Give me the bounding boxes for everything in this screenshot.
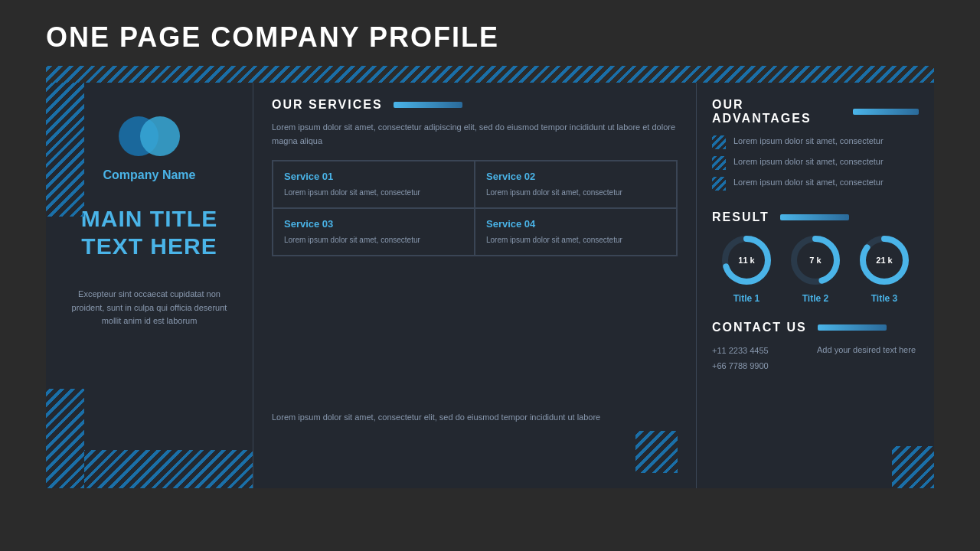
bottom-middle-diagonal bbox=[635, 431, 678, 473]
left-panel: Company Name MAIN TITLE TEXT HERE Except… bbox=[46, 83, 253, 488]
company-name: Company Name bbox=[103, 168, 196, 182]
top-diagonal-bar bbox=[46, 66, 934, 83]
advantage-icon-3 bbox=[712, 177, 726, 191]
result-item-3: 21 k Title 3 bbox=[858, 233, 911, 304]
service-3-title: Service 03 bbox=[284, 218, 463, 230]
service-1-desc: Lorem ipsum dolor sit amet, consectetur bbox=[284, 187, 463, 198]
main-content: Company Name MAIN TITLE TEXT HERE Except… bbox=[46, 83, 934, 488]
service-2-desc: Lorem ipsum dolor sit amet, consectetur bbox=[486, 187, 665, 198]
result-title-1: Title 1 bbox=[733, 293, 760, 304]
right-panel: OUR ADVANTAGES Lorem ipsum dolor sit ame… bbox=[697, 83, 934, 488]
contact-bar bbox=[818, 324, 887, 331]
contact-section: CONTACT US +11 2233 4455 +66 7788 9900 A… bbox=[712, 321, 919, 374]
donut-3: 21 k bbox=[858, 233, 911, 287]
donut-1-label: 11 k bbox=[738, 256, 754, 265]
service-1-title: Service 01 bbox=[284, 171, 463, 182]
services-description: Lorem ipsum dolor sit amet, consectetur … bbox=[272, 121, 678, 148]
result-circles: 11 k Title 1 7 k bbox=[712, 233, 919, 304]
bottom-middle-decoration bbox=[272, 431, 678, 473]
left-diagonal-decoration bbox=[46, 83, 84, 217]
contact-phone-2: +66 7788 9900 bbox=[712, 359, 814, 374]
contact-phones: +11 2233 4455 +66 7788 9900 bbox=[712, 344, 814, 374]
advantage-text-1: Lorem ipsum dolor sit amet, consectetur bbox=[733, 135, 884, 148]
services-bar bbox=[394, 102, 462, 108]
bottom-left-decorations bbox=[46, 389, 253, 488]
advantages-bar bbox=[853, 109, 919, 115]
service-4-title: Service 04 bbox=[486, 218, 665, 230]
bottom-left-diagonal bbox=[46, 389, 84, 488]
result-item-1: 11 k Title 1 bbox=[720, 233, 773, 304]
bottom-right-diagonal-left-panel bbox=[84, 450, 253, 488]
service-3-desc: Lorem ipsum dolor sit amet, consectetur bbox=[284, 234, 463, 246]
page-header: ONE PAGE COMPANY PROFILE bbox=[0, 0, 980, 66]
result-title-label: RESULT bbox=[712, 210, 769, 224]
service-4-desc: Lorem ipsum dolor sit amet, consectetur bbox=[486, 234, 665, 246]
contact-phone-1: +11 2233 4455 bbox=[712, 344, 814, 359]
advantage-item-3: Lorem ipsum dolor sit amet, consectetur bbox=[712, 176, 919, 191]
advantages-list: Lorem ipsum dolor sit amet, consectetur … bbox=[712, 135, 919, 197]
service-cell-3: Service 03 Lorem ipsum dolor sit amet, c… bbox=[273, 208, 475, 256]
services-grid: Service 01 Lorem ipsum dolor sit amet, c… bbox=[272, 160, 678, 256]
subtitle-text: Excepteur sint occaecat cupidatat non pr… bbox=[61, 288, 237, 328]
service-cell-4: Service 04 Lorem ipsum dolor sit amet, c… bbox=[475, 208, 677, 256]
services-bottom-text: Lorem ipsum dolor sit amet, consectetur … bbox=[272, 411, 678, 425]
result-title-2: Title 2 bbox=[802, 293, 828, 304]
advantage-icon-2 bbox=[712, 156, 726, 170]
contact-header: CONTACT US bbox=[712, 321, 919, 334]
donut-1: 11 k bbox=[720, 233, 773, 287]
contact-title: CONTACT US bbox=[712, 321, 807, 334]
middle-panel: OUR SERVICES Lorem ipsum dolor sit amet,… bbox=[253, 83, 697, 488]
contact-grid: +11 2233 4455 +66 7788 9900 Add your des… bbox=[712, 344, 919, 374]
services-header: OUR SERVICES bbox=[272, 98, 678, 112]
result-header: RESULT bbox=[712, 210, 919, 224]
result-title-3: Title 3 bbox=[871, 293, 897, 304]
service-cell-2: Service 02 Lorem ipsum dolor sit amet, c… bbox=[475, 161, 677, 208]
result-item-2: 7 k Title 2 bbox=[789, 233, 842, 304]
result-section: RESULT 11 k Title 1 bbox=[712, 210, 919, 304]
donut-2: 7 k bbox=[789, 233, 842, 287]
main-title: MAIN TITLE TEXT HERE bbox=[81, 205, 217, 260]
logo-circles bbox=[111, 113, 188, 159]
advantage-text-3: Lorem ipsum dolor sit amet, consectetur bbox=[733, 176, 884, 189]
contact-additional-text: Add your desired text here bbox=[817, 344, 919, 374]
advantages-title: OUR ADVANTAGES bbox=[712, 98, 842, 126]
logo-area: Company Name bbox=[103, 113, 196, 182]
service-cell-1: Service 01 Lorem ipsum dolor sit amet, c… bbox=[273, 161, 475, 208]
advantage-icon-1 bbox=[712, 135, 726, 149]
advantages-header: OUR ADVANTAGES bbox=[712, 98, 919, 126]
bottom-right-decoration bbox=[892, 446, 934, 488]
main-title-area: MAIN TITLE TEXT HERE bbox=[81, 205, 217, 260]
services-title: OUR SERVICES bbox=[272, 98, 383, 112]
advantage-item-1: Lorem ipsum dolor sit amet, consectetur bbox=[712, 135, 919, 149]
page-title: ONE PAGE COMPANY PROFILE bbox=[46, 21, 934, 54]
advantage-text-2: Lorem ipsum dolor sit amet, consectetur bbox=[733, 155, 884, 168]
donut-2-label: 7 k bbox=[809, 256, 821, 265]
result-bar bbox=[780, 214, 849, 220]
service-2-title: Service 02 bbox=[486, 171, 665, 182]
advantage-item-2: Lorem ipsum dolor sit amet, consectetur bbox=[712, 155, 919, 170]
donut-3-label: 21 k bbox=[876, 256, 892, 265]
logo-circle-2 bbox=[140, 116, 180, 156]
